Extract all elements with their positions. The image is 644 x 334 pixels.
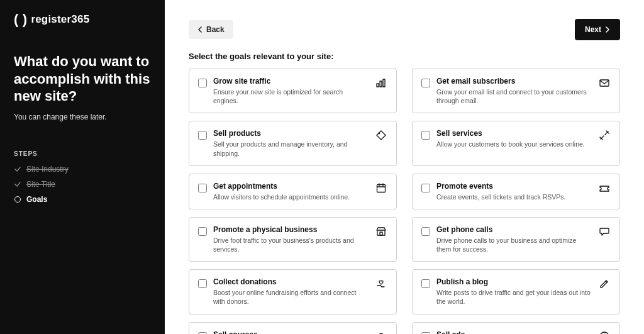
goal-description: Write posts to drive traffic and get you… [436, 288, 592, 306]
goal-checkbox[interactable] [421, 184, 430, 192]
chevron-right-icon [604, 26, 610, 33]
goal-card[interactable]: Get phone callsDrive phone calls to your… [412, 217, 620, 262]
goal-title: Promote events [436, 182, 592, 191]
goal-description: Grow your email list and connect to your… [436, 87, 592, 105]
goals-grid: Grow site trafficEnsure your new site is… [189, 69, 620, 334]
goal-card[interactable]: Get email subscribersGrow your email lis… [412, 69, 620, 113]
storefront-icon [375, 225, 387, 238]
goal-checkbox[interactable] [421, 332, 430, 334]
goal-description: Boost your online fundraising efforts an… [213, 288, 369, 306]
goal-card[interactable]: Sell adsPlace ads on your site for other… [412, 322, 620, 334]
goal-checkbox[interactable] [198, 79, 207, 87]
goal-title: Get appointments [213, 182, 369, 191]
chevron-left-icon [197, 26, 204, 33]
step-0: Site Industry [14, 165, 151, 174]
tools-icon [598, 129, 611, 142]
goal-checkbox[interactable] [421, 79, 430, 87]
logo-mark: ( ) [14, 11, 27, 28]
goal-title: Sell services [436, 129, 592, 138]
goal-text: Publish a blogWrite posts to drive traff… [436, 277, 592, 306]
main: Back Next Select the goals relevant to y… [165, 0, 644, 334]
step-2: Goals [14, 195, 151, 204]
goal-card[interactable]: Promote eventsCreate events, sell ticket… [412, 174, 620, 209]
instruction-text: Select the goals relevant to your site: [189, 52, 620, 61]
check-icon [14, 181, 21, 188]
goal-description: Sell your products and manage inventory,… [213, 140, 369, 157]
steps-heading: STEPS [14, 150, 151, 157]
hand-heart-icon [375, 277, 387, 290]
goal-checkbox[interactable] [198, 279, 207, 288]
goal-checkbox[interactable] [198, 131, 207, 140]
svg-rect-1 [380, 81, 382, 87]
goal-text: Sell coursesCreate and sell impressive o… [213, 330, 369, 334]
step-label: Site Title [26, 180, 55, 189]
next-button[interactable]: Next [575, 19, 620, 40]
svg-rect-5 [377, 184, 386, 192]
goal-title: Grow site traffic [213, 77, 369, 86]
goal-card[interactable]: Sell productsSell your products and mana… [189, 121, 397, 165]
back-label: Back [206, 25, 225, 34]
brand-logo: ( ) register365 [14, 11, 151, 28]
goal-description: Create events, sell tickets and track RS… [436, 192, 592, 201]
goal-checkbox[interactable] [198, 184, 207, 192]
goal-description: Drive foot traffic to your business's pr… [213, 236, 369, 253]
goal-text: Get phone callsDrive phone calls to your… [436, 225, 592, 253]
circle-icon [14, 196, 21, 203]
goal-text: Get appointmentsAllow visitors to schedu… [213, 182, 369, 201]
goal-card[interactable]: Sell servicesAllow your customers to boo… [412, 121, 620, 165]
goal-title: Sell ads [436, 330, 592, 334]
steps-list: Site IndustrySite TitleGoals [14, 165, 151, 204]
goal-text: Sell servicesAllow your customers to boo… [436, 129, 592, 148]
goal-description: Allow your customers to book your servic… [436, 140, 592, 148]
step-label: Goals [26, 195, 47, 204]
dollar-icon [598, 330, 611, 334]
goal-checkbox[interactable] [198, 227, 207, 236]
ticket-icon [598, 182, 611, 194]
goal-card[interactable]: Publish a blogWrite posts to drive traff… [412, 269, 620, 314]
goal-description: Drive phone calls to your business and o… [436, 236, 592, 253]
goal-title: Collect donations [213, 277, 369, 286]
goal-checkbox[interactable] [421, 279, 430, 288]
goal-card[interactable]: Sell coursesCreate and sell impressive o… [189, 322, 397, 334]
content-area: Select the goals relevant to your site: … [165, 52, 644, 334]
brand-text: register365 [31, 13, 89, 26]
goal-title: Get phone calls [436, 225, 592, 234]
goal-title: Get email subscribers [436, 77, 592, 86]
chat-icon [598, 225, 611, 238]
goal-checkbox[interactable] [198, 332, 207, 334]
svg-rect-9 [377, 230, 385, 235]
goal-text: Grow site trafficEnsure your new site is… [213, 77, 369, 105]
step-1: Site Title [14, 180, 151, 189]
goal-card[interactable]: Collect donationsBoost your online fundr… [189, 269, 397, 314]
goal-text: Promote a physical businessDrive foot tr… [213, 225, 369, 253]
goal-card[interactable]: Grow site trafficEnsure your new site is… [189, 69, 397, 113]
tag-icon [375, 129, 387, 142]
goal-card[interactable]: Promote a physical businessDrive foot tr… [189, 217, 397, 262]
envelope-icon [598, 77, 611, 89]
goal-title: Sell products [213, 129, 369, 138]
svg-point-4 [379, 133, 380, 134]
goal-description: Ensure your new site is optimized for se… [213, 87, 369, 105]
goal-checkbox[interactable] [421, 131, 430, 140]
svg-rect-0 [377, 84, 379, 87]
goal-text: Sell productsSell your products and mana… [213, 129, 369, 157]
goal-text: Collect donationsBoost your online fundr… [213, 277, 369, 306]
goal-checkbox[interactable] [421, 227, 430, 236]
page-subtitle: You can change these later. [14, 113, 151, 121]
sidebar: ( ) register365 What do you want to acco… [0, 0, 165, 334]
page-title: What do you want to accomplish with this… [14, 53, 151, 105]
step-label: Site Industry [26, 165, 69, 174]
bar-chart-icon [375, 77, 387, 89]
goal-title: Publish a blog [436, 277, 592, 286]
goal-title: Promote a physical business [213, 225, 369, 234]
goal-text: Get email subscribersGrow your email lis… [436, 77, 592, 105]
svg-rect-2 [383, 79, 385, 87]
calendar-icon [375, 182, 387, 194]
goal-text: Sell adsPlace ads on your site for other… [436, 330, 592, 334]
next-label: Next [585, 25, 601, 34]
back-button[interactable]: Back [189, 20, 233, 39]
goal-text: Promote eventsCreate events, sell ticket… [436, 182, 592, 201]
pencil-icon [598, 277, 611, 290]
goal-card[interactable]: Get appointmentsAllow visitors to schedu… [189, 174, 397, 209]
svg-rect-3 [600, 80, 609, 86]
